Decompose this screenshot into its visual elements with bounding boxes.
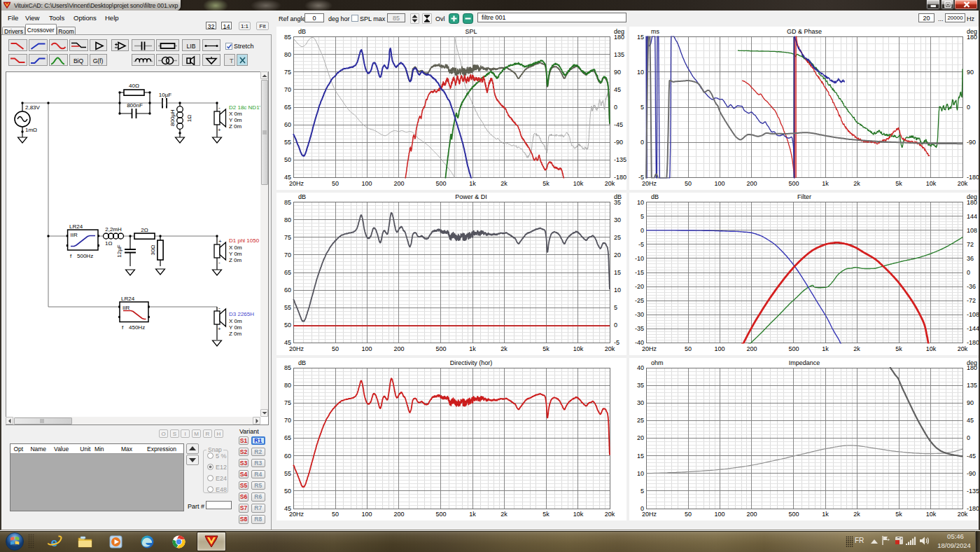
svg-text:80: 80 [284, 51, 291, 58]
svg-text:25: 25 [614, 234, 621, 241]
svg-text:20k: 20k [958, 180, 968, 187]
svg-text:-108: -108 [967, 311, 979, 318]
svg-text:0: 0 [967, 104, 970, 111]
svg-text:IIR: IIR [71, 232, 78, 238]
svg-text:135: 135 [967, 382, 977, 389]
svg-text:2k: 2k [853, 180, 860, 187]
svg-text:-180: -180 [614, 174, 626, 181]
svg-text:45: 45 [614, 86, 621, 93]
svg-text:2k: 2k [500, 511, 507, 518]
svg-text:Power & DI: Power & DI [455, 193, 487, 200]
svg-text:100: 100 [714, 180, 724, 187]
svg-text:20k: 20k [605, 180, 615, 187]
svg-text:50: 50 [284, 488, 291, 495]
svg-text:-45: -45 [967, 453, 976, 460]
svg-text:30: 30 [637, 399, 644, 406]
svg-text:-180: -180 [967, 174, 979, 181]
svg-text:5k: 5k [542, 511, 550, 518]
svg-text:20Hz: 20Hz [642, 345, 657, 352]
svg-text:20Hz: 20Hz [642, 511, 657, 518]
svg-text:5: 5 [640, 104, 644, 111]
svg-text:500Hz: 500Hz [77, 253, 93, 259]
svg-text:Z 0m: Z 0m [229, 257, 242, 263]
svg-text:Impedance: Impedance [789, 359, 820, 366]
svg-text:85: 85 [284, 364, 291, 371]
svg-text:2k: 2k [500, 180, 507, 187]
svg-text:100: 100 [361, 345, 372, 352]
svg-text:-35: -35 [635, 325, 644, 332]
svg-text:LR24: LR24 [69, 223, 83, 230]
svg-text:10k: 10k [573, 180, 584, 187]
svg-text:Y 0m: Y 0m [229, 117, 242, 123]
svg-text:75: 75 [284, 399, 291, 406]
svg-text:5k: 5k [895, 511, 902, 518]
svg-text:2Ω: 2Ω [141, 227, 148, 233]
svg-text:1k: 1k [469, 511, 476, 518]
svg-text:0: 0 [614, 104, 617, 111]
svg-text:5k: 5k [895, 345, 902, 352]
svg-text:5k: 5k [542, 180, 550, 187]
svg-text:15: 15 [637, 34, 644, 41]
svg-text:1Ω: 1Ω [105, 240, 112, 247]
svg-text:GD & Phase: GD & Phase [787, 28, 822, 35]
svg-text:-5: -5 [638, 241, 644, 248]
svg-text:5: 5 [614, 304, 617, 311]
svg-text:20k: 20k [605, 511, 615, 518]
svg-text:5k: 5k [542, 345, 550, 352]
svg-text:1k: 1k [822, 511, 829, 518]
svg-text:50: 50 [332, 345, 339, 352]
svg-text:+: + [218, 326, 221, 332]
svg-text:0: 0 [614, 322, 617, 329]
svg-text:200: 200 [393, 345, 404, 352]
svg-text:0: 0 [640, 227, 644, 234]
svg-text:Z 0m: Z 0m [229, 331, 242, 337]
svg-text:15: 15 [637, 453, 644, 460]
svg-text:55: 55 [284, 304, 291, 311]
svg-text:BiQ: BiQ [74, 57, 84, 64]
svg-text:85: 85 [284, 34, 291, 41]
svg-text:dB: dB [298, 28, 306, 35]
svg-text:40: 40 [637, 364, 644, 371]
svg-text:80: 80 [284, 216, 291, 223]
svg-text:-135: -135 [614, 156, 626, 163]
svg-text:-20: -20 [635, 283, 644, 290]
svg-text:1Ω: 1Ω [186, 115, 192, 122]
svg-text:50: 50 [685, 345, 692, 352]
svg-text:10µF: 10µF [159, 92, 172, 98]
svg-text:75: 75 [284, 69, 291, 76]
svg-text:65: 65 [284, 434, 291, 441]
svg-text:Z 0m: Z 0m [229, 123, 242, 130]
svg-text:50: 50 [332, 180, 339, 187]
svg-text:deg: deg [967, 359, 977, 366]
svg-text:dB: dB [651, 193, 659, 200]
svg-text:100: 100 [361, 180, 372, 187]
svg-text:10k: 10k [573, 345, 584, 352]
svg-text:2k: 2k [853, 345, 860, 352]
svg-text:LR24: LR24 [121, 296, 135, 302]
svg-text:-90: -90 [614, 139, 623, 146]
svg-text:500: 500 [788, 511, 799, 518]
svg-text:10: 10 [637, 69, 644, 76]
svg-text:Y 0m: Y 0m [229, 251, 242, 257]
svg-text:75: 75 [284, 234, 291, 241]
svg-text:dB: dB [614, 193, 622, 200]
svg-text:1k: 1k [469, 345, 476, 352]
svg-text:20k: 20k [605, 345, 615, 352]
svg-text:-25: -25 [635, 297, 644, 304]
svg-text:70: 70 [284, 86, 291, 93]
svg-text:deg: deg [967, 193, 977, 200]
svg-text:-45: -45 [614, 121, 623, 128]
svg-text:200: 200 [746, 180, 757, 187]
svg-text:1mΩ: 1mΩ [25, 127, 37, 133]
svg-text:D2 18c ND1": D2 18c ND1" [229, 104, 260, 111]
svg-text:12µF: 12µF [116, 244, 122, 258]
svg-text:-180: -180 [967, 339, 979, 346]
svg-text:50: 50 [685, 511, 692, 518]
svg-text:10k: 10k [573, 511, 584, 518]
svg-text:135: 135 [614, 51, 624, 58]
svg-text:70: 70 [284, 251, 291, 258]
svg-text:200: 200 [746, 345, 757, 352]
svg-text:T: T [230, 57, 234, 64]
svg-text:X 0m: X 0m [229, 111, 242, 117]
svg-text:D3 2265H: D3 2265H [229, 311, 254, 317]
